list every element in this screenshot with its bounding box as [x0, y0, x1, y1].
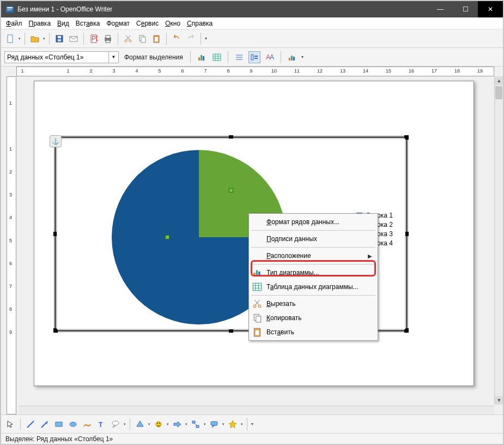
cm-data-labels[interactable]: Подписи данных	[249, 232, 378, 246]
cm-cut[interactable]: Вырезать	[249, 297, 378, 311]
menu-file[interactable]: Файл	[3, 19, 25, 28]
copy-icon	[252, 313, 262, 323]
svg-rect-3	[7, 10, 11, 10]
svg-rect-41	[256, 330, 259, 335]
svg-rect-1	[7, 7, 13, 8]
scroll-down-button[interactable]: ▼	[495, 396, 503, 405]
window-title: Без имени 1 - OpenOffice Writer	[17, 5, 428, 13]
element-selector-input[interactable]	[5, 52, 108, 63]
menu-help[interactable]: Справка	[184, 19, 215, 28]
menu-view[interactable]: Вид	[54, 19, 72, 28]
format-selection-label[interactable]: Формат выделения	[122, 53, 185, 61]
svg-rect-7	[58, 39, 61, 41]
callout-tool[interactable]	[110, 418, 122, 430]
basic-shapes-tool[interactable]	[134, 418, 146, 430]
drawing-toolbar: T ▾ ▾ ▾ ▾ ▾ ▾ ▾ ▾	[1, 414, 503, 433]
stars-tool[interactable]	[227, 418, 239, 430]
window-buttons: — ☐ ✕	[428, 1, 503, 17]
svg-rect-19	[155, 37, 158, 41]
ellipse-tool[interactable]	[67, 418, 79, 430]
menubar: Файл Правка Вид Вставка Формат Сервис Ок…	[1, 17, 503, 29]
arrow-tool[interactable]	[39, 418, 51, 430]
svg-rect-2	[7, 9, 13, 9]
reorganize-button[interactable]	[286, 51, 298, 63]
scroll-thumb[interactable]	[495, 86, 502, 99]
context-menu: Формат рядов данных... Подписи данных Ра…	[248, 213, 378, 341]
email-button[interactable]	[68, 33, 80, 45]
legend-button[interactable]	[248, 51, 260, 63]
menu-tools[interactable]: Сервис	[133, 19, 161, 28]
svg-rect-30	[291, 56, 293, 61]
paste-button[interactable]	[150, 33, 162, 45]
svg-rect-54	[211, 422, 217, 425]
close-button[interactable]: ✕	[478, 1, 503, 17]
svg-rect-31	[293, 57, 295, 61]
horizontal-scrollbar[interactable]	[19, 406, 494, 414]
minimize-button[interactable]: —	[428, 1, 453, 17]
export-pdf-button[interactable]: PDF	[88, 33, 100, 45]
menu-edit[interactable]: Правка	[26, 19, 54, 28]
svg-point-14	[125, 40, 127, 42]
undo-button[interactable]	[171, 33, 183, 45]
document-page: ⚓	[34, 81, 474, 386]
svg-rect-29	[289, 58, 290, 61]
scroll-up-button[interactable]: ▲	[495, 76, 503, 85]
cm-copy[interactable]: Копировать	[249, 311, 378, 325]
vertical-ruler: 1123456789	[7, 76, 16, 414]
symbol-shapes-tool[interactable]	[153, 418, 165, 430]
chart-type-button[interactable]	[196, 51, 208, 63]
freeform-tool[interactable]	[81, 418, 93, 430]
svg-point-36	[253, 305, 256, 308]
hgrid-button[interactable]	[233, 51, 245, 63]
redo-button[interactable]	[185, 33, 197, 45]
cm-chart-data-table[interactable]: Таблица данных диаграммы...	[249, 280, 378, 294]
line-tool[interactable]	[25, 418, 37, 430]
svg-rect-25	[254, 56, 258, 57]
scale-text-button[interactable]: AA	[264, 51, 276, 63]
svg-rect-20	[198, 57, 200, 61]
menu-insert[interactable]: Вставка	[73, 19, 103, 28]
copy-button[interactable]	[136, 33, 148, 45]
page-viewport: ⚓	[19, 77, 493, 413]
menu-format[interactable]: Формат	[104, 19, 132, 28]
svg-rect-32	[253, 273, 255, 276]
maximize-button[interactable]: ☐	[453, 1, 478, 17]
svg-rect-51	[192, 421, 195, 423]
svg-line-53	[193, 423, 197, 425]
flowchart-tool[interactable]	[190, 418, 202, 430]
paste-icon	[252, 327, 262, 337]
block-arrows-tool[interactable]	[171, 418, 183, 430]
selection-handle[interactable]	[229, 188, 233, 193]
select-tool[interactable]	[4, 418, 16, 430]
data-table-button[interactable]	[211, 51, 223, 63]
cut-button[interactable]	[122, 33, 134, 45]
callouts-tool[interactable]	[208, 418, 220, 430]
svg-text:PDF: PDF	[92, 35, 98, 43]
app-icon	[5, 5, 14, 14]
svg-line-43	[41, 422, 47, 428]
svg-rect-23	[213, 54, 221, 61]
vertical-scrollbar[interactable]: ▲ ▼	[494, 76, 503, 405]
svg-rect-6	[58, 36, 61, 38]
save-button[interactable]	[53, 33, 65, 45]
svg-point-45	[70, 422, 76, 426]
menu-window[interactable]: Окно	[162, 19, 183, 28]
cm-format-data-series[interactable]: Формат рядов данных...	[249, 215, 378, 229]
svg-rect-35	[253, 283, 262, 291]
element-selector-combo[interactable]: ▼	[4, 51, 119, 63]
selection-handle[interactable]	[165, 235, 169, 239]
print-button[interactable]	[102, 33, 114, 45]
svg-rect-39	[256, 316, 261, 322]
cm-arrangement[interactable]: Расположение ▶	[249, 249, 378, 263]
new-button[interactable]	[4, 33, 16, 45]
text-tool[interactable]: T	[95, 418, 107, 430]
combo-arrow-icon[interactable]: ▼	[108, 52, 118, 63]
cm-chart-type[interactable]: Тип диаграммы...	[249, 266, 378, 280]
open-button[interactable]	[29, 33, 41, 45]
rect-tool[interactable]	[53, 418, 65, 430]
titlebar: Без имени 1 - OpenOffice Writer — ☐ ✕	[1, 1, 503, 17]
standard-toolbar: ▾ ▾ PDF ▾	[1, 29, 503, 48]
cm-paste[interactable]: Вставить	[249, 325, 378, 339]
svg-point-15	[129, 40, 131, 42]
svg-rect-33	[256, 270, 258, 276]
